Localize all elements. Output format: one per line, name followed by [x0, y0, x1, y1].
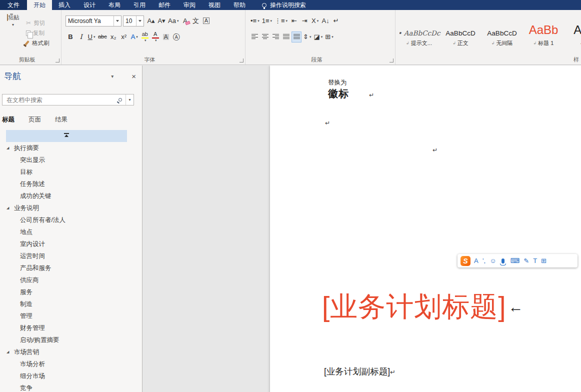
- clear-formatting-button[interactable]: A: [180, 16, 190, 26]
- tab-insert[interactable]: 插入: [52, 0, 77, 10]
- document-subtitle[interactable]: [业务计划副标题]↵: [324, 366, 396, 378]
- tell-me[interactable]: 操作说明搜索: [262, 0, 306, 10]
- character-border-button[interactable]: A: [201, 16, 211, 26]
- decrease-font-size-button[interactable]: A▾: [156, 16, 166, 26]
- style-card-4[interactable]: AaBb↲标题 1: [524, 13, 563, 48]
- nav-tree-item[interactable]: 公司所有者/法人: [6, 214, 127, 226]
- collapse-triangle-icon[interactable]: ◢: [6, 146, 9, 150]
- nav-tree-item[interactable]: 地点: [6, 226, 127, 238]
- subscript-button[interactable]: x₂: [108, 32, 118, 42]
- tab-view[interactable]: 视图: [202, 0, 227, 10]
- paragraph-dialog-launcher[interactable]: [390, 58, 394, 62]
- style-card-1[interactable]: • AaBbCcDc↲提示文...: [400, 13, 438, 48]
- font-size-combo[interactable]: 10: [123, 16, 144, 26]
- voice-icon[interactable]: [502, 258, 504, 264]
- input-mode-icon[interactable]: A: [474, 258, 478, 264]
- nav-search-input[interactable]: [2, 96, 118, 104]
- underline-button[interactable]: U▾: [86, 32, 96, 42]
- multilevel-list-button[interactable]: ⋮≡▾: [274, 16, 288, 26]
- font-color-button[interactable]: A▾: [150, 32, 160, 42]
- nav-tree-item[interactable]: 突出显示: [6, 154, 127, 166]
- numbered-list-button[interactable]: 1≡▾: [261, 16, 273, 26]
- font-name-combo[interactable]: Microsoft Ya: [66, 16, 122, 26]
- handwriting-icon[interactable]: ✎: [524, 258, 529, 264]
- tab-home[interactable]: 开始: [27, 0, 52, 10]
- tab-references[interactable]: 引用: [127, 0, 152, 10]
- tab-design[interactable]: 设计: [77, 0, 102, 10]
- asian-layout-button[interactable]: X▾: [310, 16, 320, 26]
- nav-tree-item[interactable]: 目标: [6, 166, 127, 178]
- document-title-text[interactable]: [业务计划标题]: [322, 291, 506, 322]
- justify-button[interactable]: [281, 32, 291, 42]
- font-name-dropdown-icon[interactable]: [114, 16, 121, 26]
- punctuation-icon[interactable]: ’,: [482, 258, 486, 264]
- nav-tree-item[interactable]: 室内设计: [6, 238, 127, 250]
- tab-help[interactable]: 帮助: [227, 0, 252, 10]
- toolbox-icon[interactable]: ⊞: [541, 258, 546, 264]
- collapse-triangle-icon[interactable]: ◢: [6, 350, 9, 354]
- paste-button[interactable]: 粘贴 ▾: [3, 14, 23, 56]
- document-title[interactable]: [业务计划标题]←: [322, 288, 524, 326]
- style-card-5[interactable]: AaB↲标: [566, 13, 581, 48]
- nav-tree-item[interactable]: 启动/购置摘要: [6, 334, 127, 346]
- logo-placeholder-line1[interactable]: 替换为: [328, 78, 374, 87]
- logo-placeholder[interactable]: 替换为 徽标↵: [328, 78, 374, 100]
- style-card-2[interactable]: AaBbCcD↲正文: [441, 13, 480, 48]
- align-right-button[interactable]: [270, 32, 280, 42]
- tab-layout[interactable]: 布局: [102, 0, 127, 10]
- nav-tree-item[interactable]: ◢业务说明: [6, 202, 127, 214]
- shading-button[interactable]: ◪▾: [312, 32, 324, 42]
- nav-tree-item[interactable]: 细分市场: [6, 370, 127, 382]
- nav-tree-item[interactable]: ◢执行摘要: [6, 142, 127, 154]
- nav-tree-item[interactable]: 服务: [6, 286, 127, 298]
- show-marks-button[interactable]: ↵: [331, 16, 341, 26]
- sogou-logo-icon[interactable]: S: [460, 256, 470, 266]
- italic-button[interactable]: I: [76, 32, 86, 42]
- nav-tree-item[interactable]: 竞争: [6, 382, 127, 392]
- font-dialog-launcher[interactable]: [240, 58, 244, 62]
- change-case-button[interactable]: Aa▾: [167, 16, 180, 26]
- cut-button[interactable]: ✂ 剪切: [26, 19, 50, 27]
- nav-tree-item[interactable]: 供应商: [6, 274, 127, 286]
- nav-tab-headings[interactable]: 标题: [2, 116, 14, 124]
- font-size-dropdown-icon[interactable]: [136, 16, 144, 26]
- nav-tree-item[interactable]: [6, 130, 127, 142]
- superscript-button[interactable]: x²: [119, 32, 129, 42]
- tab-file[interactable]: 文件: [0, 0, 27, 10]
- strikethrough-button[interactable]: abc: [97, 32, 108, 42]
- emoji-icon[interactable]: ☺: [490, 258, 496, 264]
- nav-tree-item[interactable]: 市场分析: [6, 358, 127, 370]
- nav-tree-item[interactable]: 制造: [6, 298, 127, 310]
- text-effects-button[interactable]: A▾: [130, 32, 140, 42]
- nav-tab-pages[interactable]: 页面: [28, 116, 41, 124]
- nav-tab-results[interactable]: 结果: [55, 116, 68, 124]
- keyboard-icon[interactable]: ⌨: [510, 258, 520, 264]
- document-subtitle-text[interactable]: [业务计划副标题]: [324, 366, 390, 376]
- bullet-list-button[interactable]: •≡▾: [250, 16, 260, 26]
- ime-toolbar[interactable]: S A’,☺⌨✎T⊞: [458, 254, 578, 268]
- align-left-button[interactable]: [250, 32, 260, 42]
- increase-indent-button[interactable]: ⇥: [300, 16, 310, 26]
- nav-search-box[interactable]: ▾: [2, 94, 134, 106]
- align-center-button[interactable]: [260, 32, 270, 42]
- nav-pane-close-icon[interactable]: ×: [132, 72, 136, 80]
- format-painter-button[interactable]: 格式刷: [26, 39, 50, 47]
- nav-pane-options-icon[interactable]: ▾: [111, 74, 114, 79]
- distribute-button[interactable]: [292, 32, 302, 42]
- nav-tree-item[interactable]: 成功的关键: [6, 190, 127, 202]
- nav-tree-item[interactable]: 运营时间: [6, 250, 127, 262]
- phonetic-guide-button[interactable]: 文: [190, 16, 200, 26]
- borders-button[interactable]: ⊞▾: [324, 32, 334, 42]
- nav-tree-item[interactable]: 产品和服务: [6, 262, 127, 274]
- copy-button[interactable]: 复制: [26, 29, 50, 37]
- bold-button[interactable]: B: [66, 32, 76, 42]
- page[interactable]: 替换为 徽标↵ ↵ ↵ S A’,☺⌨✎T⊞ [业务计划标题]← [业务计划副标…: [270, 66, 581, 392]
- tab-review[interactable]: 审阅: [177, 0, 202, 10]
- decrease-indent-button[interactable]: ⇤: [289, 16, 299, 26]
- line-spacing-button[interactable]: ⇕▾: [302, 32, 312, 42]
- nav-tree-item[interactable]: 财务管理: [6, 322, 127, 334]
- tab-mailings[interactable]: 邮件: [152, 0, 177, 10]
- nav-tree-item[interactable]: 管理: [6, 310, 127, 322]
- nav-tree-item[interactable]: ◢市场营销: [6, 346, 127, 358]
- enclose-character-button[interactable]: Ⓐ: [172, 32, 182, 42]
